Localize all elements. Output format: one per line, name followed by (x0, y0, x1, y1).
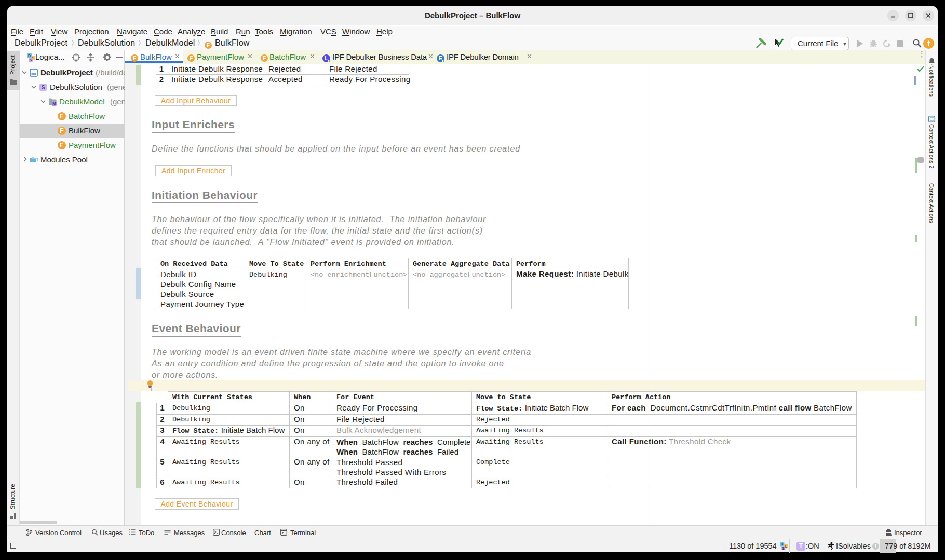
svg-text:S: S (30, 58, 32, 62)
svg-text:D: D (28, 54, 31, 58)
svg-text:S: S (42, 85, 45, 90)
svg-text:M: M (52, 101, 56, 106)
